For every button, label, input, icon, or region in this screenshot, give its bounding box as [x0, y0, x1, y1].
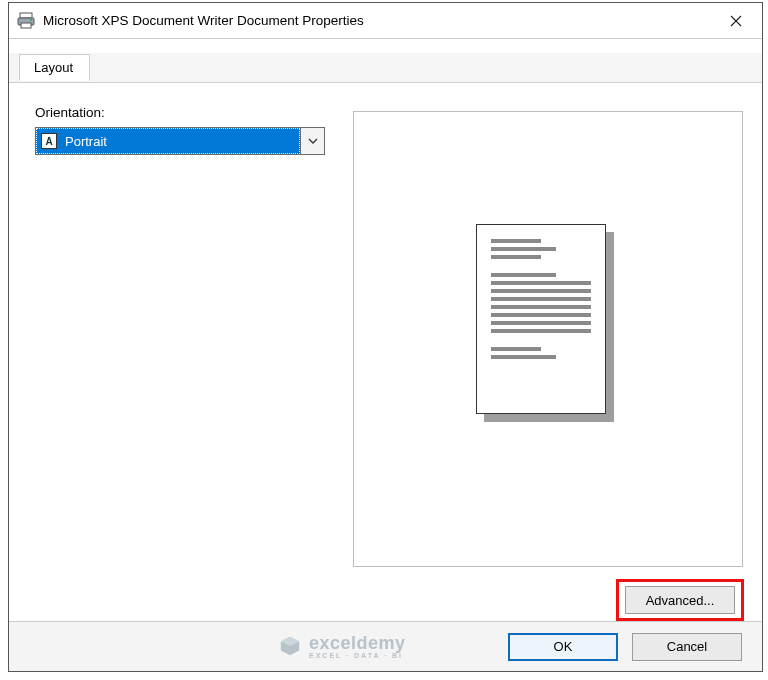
portrait-page-icon: A [41, 133, 57, 149]
dialog-window: Microsoft XPS Document Writer Document P… [8, 2, 763, 672]
combobox-dropdown-button[interactable] [300, 128, 324, 154]
tabstrip: Layout [9, 53, 762, 83]
tab-layout[interactable]: Layout [19, 54, 90, 81]
layout-panel: Orientation: A Portrait [19, 85, 752, 619]
close-button[interactable] [714, 6, 758, 36]
printer-icon [17, 12, 35, 30]
close-icon [730, 15, 742, 27]
svg-point-3 [30, 19, 32, 21]
orientation-label: Orientation: [35, 105, 105, 120]
orientation-combobox[interactable]: A Portrait [35, 127, 325, 155]
chevron-down-icon [308, 138, 318, 144]
svg-rect-0 [20, 13, 32, 18]
cancel-button[interactable]: Cancel [632, 633, 742, 661]
dialog-footer: OK Cancel [9, 621, 762, 671]
titlebar: Microsoft XPS Document Writer Document P… [9, 3, 762, 39]
orientation-value: Portrait [65, 134, 107, 149]
window-title: Microsoft XPS Document Writer Document P… [43, 13, 714, 28]
page-preview-icon [476, 224, 606, 414]
print-preview-frame [353, 111, 743, 567]
ok-button[interactable]: OK [508, 633, 618, 661]
advanced-highlight: Advanced... [616, 579, 744, 621]
advanced-button[interactable]: Advanced... [625, 586, 735, 614]
orientation-selected: A Portrait [36, 128, 300, 154]
svg-rect-2 [21, 23, 31, 28]
